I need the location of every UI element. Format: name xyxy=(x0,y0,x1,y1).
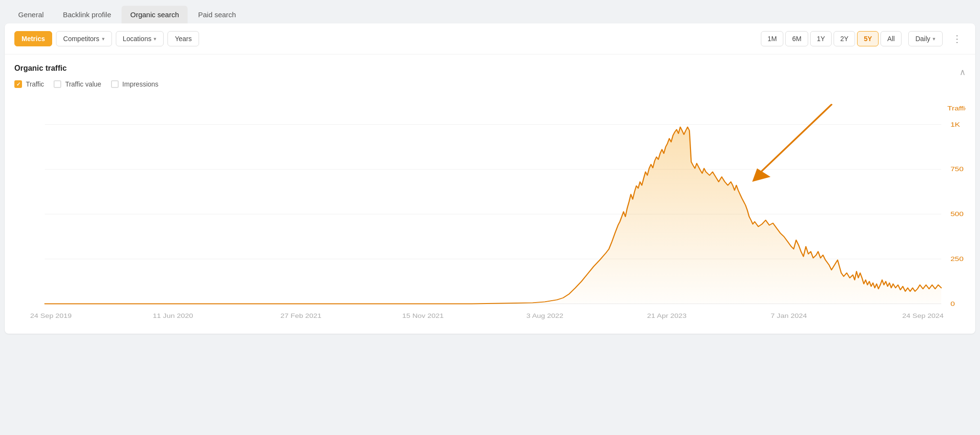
daily-chevron-icon: ▾ xyxy=(933,36,935,42)
main-card: Metrics Competitors ▾ Locations ▾ Years … xyxy=(5,23,975,334)
legend-traffic[interactable]: Traffic xyxy=(14,80,44,88)
svg-text:3 Aug 2022: 3 Aug 2022 xyxy=(526,312,564,319)
competitors-button[interactable]: Competitors ▾ xyxy=(56,31,111,46)
tab-general[interactable]: General xyxy=(10,6,52,23)
legend-traffic-value[interactable]: Traffic value xyxy=(54,80,101,88)
svg-text:27 Feb 2021: 27 Feb 2021 xyxy=(280,312,322,319)
locations-button[interactable]: Locations ▾ xyxy=(116,31,164,46)
time-all[interactable]: All xyxy=(880,31,902,46)
svg-text:500: 500 xyxy=(950,210,964,218)
tab-backlink-profile[interactable]: Backlink profile xyxy=(54,6,120,23)
top-tabs: General Backlink profile Organic search … xyxy=(0,0,980,23)
time-2y[interactable]: 2Y xyxy=(834,31,855,46)
tab-paid-search[interactable]: Paid search xyxy=(189,6,245,23)
svg-text:11 Jun 2020: 11 Jun 2020 xyxy=(153,312,193,319)
traffic-chart-svg: 1K 750 500 250 0 Traffic xyxy=(14,95,966,334)
years-button[interactable]: Years xyxy=(167,31,199,46)
traffic-checkbox[interactable] xyxy=(14,80,22,88)
metrics-button[interactable]: Metrics xyxy=(14,31,52,46)
svg-text:0: 0 xyxy=(950,300,955,307)
time-range-group: 1M 6M 1Y 2Y 5Y All xyxy=(760,31,902,46)
chart-section: Organic traffic ∧ Traffic Traffic value … xyxy=(5,54,975,334)
svg-text:7 Jan 2024: 7 Jan 2024 xyxy=(771,312,807,319)
filter-bar: Metrics Competitors ▾ Locations ▾ Years … xyxy=(5,23,975,54)
time-6m[interactable]: 6M xyxy=(785,31,808,46)
competitors-chevron-icon: ▾ xyxy=(102,36,105,42)
chart-legend: Traffic Traffic value Impressions xyxy=(14,80,966,88)
time-5y[interactable]: 5Y xyxy=(857,31,879,46)
svg-text:15 Nov 2021: 15 Nov 2021 xyxy=(402,312,444,319)
tab-organic-search[interactable]: Organic search xyxy=(122,6,188,23)
svg-line-11 xyxy=(758,105,832,174)
time-1y[interactable]: 1Y xyxy=(810,31,832,46)
traffic-value-checkbox[interactable] xyxy=(54,80,61,88)
svg-text:24 Sep 2019: 24 Sep 2019 xyxy=(30,312,72,319)
collapse-icon[interactable]: ∧ xyxy=(959,67,966,77)
svg-text:250: 250 xyxy=(950,255,964,262)
daily-button[interactable]: Daily ▾ xyxy=(908,31,943,46)
page-wrapper: General Backlink profile Organic search … xyxy=(0,0,980,435)
legend-impressions[interactable]: Impressions xyxy=(111,80,158,88)
svg-text:Traffic: Traffic xyxy=(947,105,966,112)
chart-container: 1K 750 500 250 0 Traffic xyxy=(14,95,966,334)
svg-text:24 Sep 2024: 24 Sep 2024 xyxy=(902,312,944,319)
chart-title: Organic traffic xyxy=(14,64,67,73)
svg-text:21 Apr 2023: 21 Apr 2023 xyxy=(647,312,687,319)
svg-text:1K: 1K xyxy=(950,120,960,128)
svg-text:750: 750 xyxy=(950,165,964,173)
time-1m[interactable]: 1M xyxy=(761,31,783,46)
more-options-button[interactable]: ⋮ xyxy=(948,31,966,46)
locations-chevron-icon: ▾ xyxy=(154,36,156,42)
impressions-checkbox[interactable] xyxy=(111,80,119,88)
